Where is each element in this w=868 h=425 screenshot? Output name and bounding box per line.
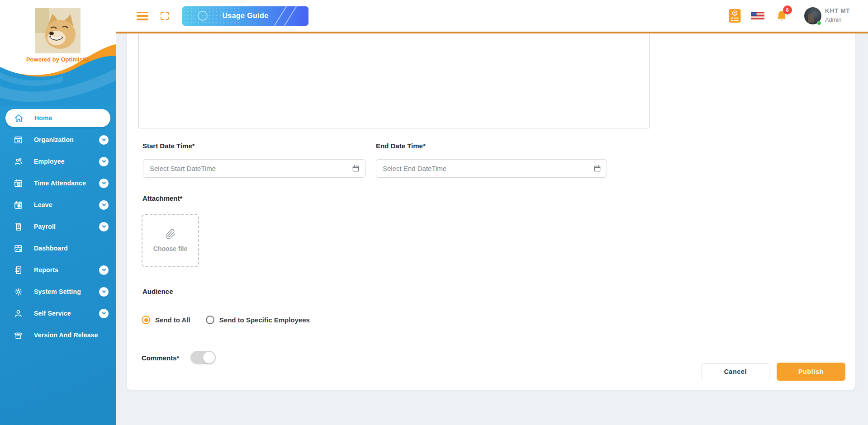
notification-count-badge: 6 xyxy=(783,5,792,14)
start-datetime-field[interactable] xyxy=(143,159,365,178)
organization-icon xyxy=(13,134,24,145)
sidebar-item-label: Organization xyxy=(34,136,74,143)
version-release-icon xyxy=(13,330,24,340)
sidebar-item-label: Reports xyxy=(34,266,58,274)
employee-icon xyxy=(13,156,24,167)
usage-guide-button[interactable]: Usage Guide xyxy=(182,6,308,26)
calendar-icon[interactable] xyxy=(593,165,601,172)
sidebar: Powered by Optimistic Home Organization xyxy=(0,0,116,425)
circle-decoration xyxy=(198,11,208,21)
toggle-knob xyxy=(203,352,215,364)
sidebar-item-version-and-release[interactable]: Version And Release xyxy=(0,324,116,346)
fullscreen-icon[interactable] xyxy=(159,10,170,21)
cancel-button[interactable]: Cancel xyxy=(702,363,769,380)
notification-bell-icon[interactable]: 6 xyxy=(776,10,787,22)
chevron-down-icon[interactable] xyxy=(99,222,109,231)
choose-file-label: Choose file xyxy=(153,245,187,252)
online-status-dot xyxy=(817,21,821,25)
radio-send-to-all[interactable] xyxy=(142,316,150,324)
chevron-down-icon[interactable] xyxy=(99,135,109,145)
sidebar-item-label: Home xyxy=(34,114,52,122)
sidebar-item-leave[interactable]: Leave xyxy=(0,194,116,216)
chevron-down-icon[interactable] xyxy=(99,265,109,275)
sidebar-nav: Home Organization Employee xyxy=(0,107,116,346)
comments-row: Comments* xyxy=(142,351,216,364)
sidebar-item-label: Self Service xyxy=(34,310,71,317)
comments-toggle[interactable] xyxy=(190,351,216,364)
hamburger-menu-icon[interactable] xyxy=(137,12,148,20)
user-meta: KHT MT Admin xyxy=(825,7,850,23)
self-service-icon xyxy=(13,308,24,319)
sidebar-item-time-attendance[interactable]: Time Attendance xyxy=(0,172,116,194)
chevron-down-icon[interactable] xyxy=(99,200,109,210)
paperclip-icon xyxy=(165,229,176,241)
radio-send-to-specific[interactable] xyxy=(206,316,214,324)
sidebar-item-employee[interactable]: Employee xyxy=(0,151,116,172)
leave-icon xyxy=(13,199,24,210)
dashboard-icon xyxy=(13,243,24,254)
description-editor[interactable] xyxy=(138,24,650,128)
sidebar-item-label: Version And Release xyxy=(34,331,98,339)
chevron-down-icon[interactable] xyxy=(99,309,109,318)
sidebar-item-label: Payroll xyxy=(34,223,56,230)
choose-file-dropzone[interactable]: Choose file xyxy=(142,214,199,267)
end-datetime-field[interactable] xyxy=(376,159,607,178)
powered-by-text: Powered by Optimistic xyxy=(0,56,116,63)
user-guide-card-icon[interactable] xyxy=(729,9,741,23)
radio-send-to-all-label[interactable]: Send to All xyxy=(155,316,190,324)
sidebar-item-home[interactable]: Home xyxy=(5,109,110,127)
system-setting-icon xyxy=(13,286,24,297)
sidebar-item-label: Time Attendance xyxy=(34,179,86,187)
audience-label: Audience xyxy=(142,288,173,295)
user-menu[interactable]: KHT MT Admin xyxy=(804,7,850,24)
sidebar-item-self-service[interactable]: Self Service xyxy=(0,302,116,324)
chevron-down-icon[interactable] xyxy=(99,157,109,166)
usage-guide-label: Usage Guide xyxy=(222,12,268,19)
chevron-down-icon[interactable] xyxy=(99,179,109,188)
sidebar-header: Powered by Optimistic xyxy=(0,0,116,106)
svg-text:$: $ xyxy=(18,225,19,228)
end-datetime-input[interactable] xyxy=(383,165,593,172)
announcement-form-card: Start Date Time* End Date Time* Attachme… xyxy=(127,11,855,390)
sidebar-item-payroll[interactable]: $ Payroll xyxy=(0,216,116,237)
attachment-label: Attachment* xyxy=(142,194,182,202)
chevron-down-icon[interactable] xyxy=(99,287,109,297)
sidebar-item-dashboard[interactable]: Dashboard xyxy=(0,237,116,259)
home-icon xyxy=(13,113,24,123)
sidebar-item-reports[interactable]: Reports xyxy=(0,259,116,281)
radio-send-to-specific-label[interactable]: Send to Specific Employees xyxy=(219,316,310,324)
user-name: KHT MT xyxy=(825,7,850,14)
time-attendance-icon xyxy=(13,178,24,189)
reports-icon xyxy=(13,264,24,275)
sidebar-item-organization[interactable]: Organization xyxy=(0,129,116,151)
payroll-icon: $ xyxy=(13,221,24,232)
top-header: Usage Guide xyxy=(116,0,868,33)
calendar-icon[interactable] xyxy=(352,165,360,172)
audience-options: Send to All Send to Specific Employees xyxy=(142,316,310,324)
end-date-label: End Date Time* xyxy=(376,142,426,150)
language-flag-us-icon[interactable] xyxy=(751,12,764,19)
sidebar-item-label: Dashboard xyxy=(34,245,68,252)
publish-button[interactable]: Publish xyxy=(777,363,845,381)
start-date-label: Start Date Time* xyxy=(142,142,195,150)
sidebar-item-label: System Setting xyxy=(34,288,81,295)
sidebar-item-label: Employee xyxy=(34,158,65,165)
start-datetime-input[interactable] xyxy=(150,165,352,172)
header-right-group: 6 KHT MT Admin xyxy=(729,7,850,24)
user-role: Admin xyxy=(825,16,850,23)
sidebar-item-system-setting[interactable]: System Setting xyxy=(0,281,116,302)
app-logo-doge xyxy=(35,8,81,53)
comments-label: Comments* xyxy=(142,354,179,362)
sidebar-item-label: Leave xyxy=(34,201,52,208)
